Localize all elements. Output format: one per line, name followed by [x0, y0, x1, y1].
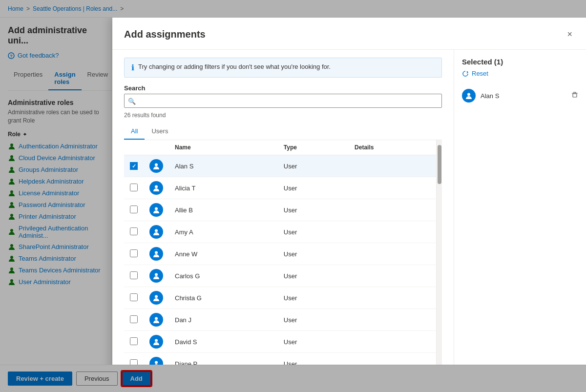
- table-row: Dan J User: [124, 309, 436, 331]
- table-row: Alicia T User: [124, 177, 436, 199]
- row-checkbox-cell[interactable]: [124, 331, 144, 353]
- row-checkbox[interactable]: [130, 271, 138, 279]
- avatar: [149, 247, 163, 261]
- reset-icon: [462, 70, 469, 77]
- row-checkbox[interactable]: [130, 184, 138, 191]
- selected-user-name: Alan S: [481, 92, 566, 100]
- row-checkbox-cell[interactable]: [124, 309, 144, 331]
- info-icon: ℹ: [131, 63, 134, 72]
- table-row: Carlos G User: [124, 265, 436, 287]
- reset-button[interactable]: Reset: [462, 70, 578, 77]
- row-checkbox-checked[interactable]: [130, 162, 138, 170]
- row-avatar-cell: [144, 177, 169, 199]
- row-checkbox[interactable]: [130, 359, 138, 365]
- modal-body: ℹ Try changing or adding filters if you …: [112, 50, 586, 365]
- row-avatar-cell: [144, 353, 169, 365]
- svg-point-15: [155, 186, 158, 188]
- row-type-cell: User: [278, 287, 349, 309]
- row-avatar-cell: [144, 155, 169, 177]
- row-type-cell: User: [278, 155, 349, 177]
- row-checkbox-cell[interactable]: [124, 243, 144, 265]
- results-table: Name Type Details: [124, 140, 436, 365]
- row-avatar-cell: [144, 287, 169, 309]
- row-name-cell: Anne W: [169, 243, 278, 265]
- row-avatar-cell: [144, 309, 169, 331]
- vertical-scrollbar[interactable]: [436, 140, 442, 365]
- modal-close-button[interactable]: ×: [565, 27, 574, 41]
- row-checkbox-cell[interactable]: [124, 221, 144, 243]
- row-checkbox-cell[interactable]: [124, 177, 144, 199]
- row-name-cell: Dan J: [169, 309, 278, 331]
- avatar: [149, 291, 163, 305]
- table-row: Allie B User: [124, 199, 436, 221]
- row-details-cell: [349, 177, 436, 199]
- avatar: [149, 181, 163, 195]
- row-checkbox[interactable]: [130, 337, 138, 345]
- row-details-cell: [349, 155, 436, 177]
- table-row: David S User: [124, 331, 436, 353]
- row-name-cell: Allie B: [169, 199, 278, 221]
- row-checkbox-cell[interactable]: [124, 155, 144, 177]
- avatar: [149, 335, 163, 349]
- selected-user-row: Alan S: [462, 85, 578, 106]
- row-type-cell: User: [278, 199, 349, 221]
- avatar: [149, 203, 163, 217]
- svg-point-14: [155, 164, 158, 166]
- row-type-cell: User: [278, 353, 349, 365]
- row-name-cell: Carlos G: [169, 265, 278, 287]
- row-details-cell: [349, 199, 436, 221]
- row-checkbox[interactable]: [130, 249, 138, 257]
- modal-title: Add assignments: [124, 29, 206, 40]
- table-row: Amy A User: [124, 221, 436, 243]
- svg-point-18: [155, 251, 158, 254]
- row-checkbox[interactable]: [130, 206, 138, 213]
- search-icon: 🔍: [128, 97, 136, 104]
- delete-selected-user-button[interactable]: [571, 91, 578, 100]
- col-header-details: Details: [349, 140, 436, 155]
- search-input-wrap: 🔍: [124, 94, 442, 108]
- row-details-cell: [349, 265, 436, 287]
- search-input[interactable]: [124, 94, 442, 108]
- row-checkbox-cell[interactable]: [124, 265, 144, 287]
- svg-point-21: [155, 317, 158, 320]
- row-name-cell: Amy A: [169, 221, 278, 243]
- info-message: Try changing or adding filters if you do…: [138, 63, 331, 70]
- table-row: Christa G User: [124, 287, 436, 309]
- selected-user-avatar: [462, 89, 476, 103]
- avatar: [149, 225, 163, 239]
- search-label: Search: [124, 84, 442, 92]
- row-type-cell: User: [278, 265, 349, 287]
- table-row: Anne W User: [124, 243, 436, 265]
- scrollbar-thumb[interactable]: [438, 145, 441, 184]
- row-checkbox[interactable]: [130, 293, 138, 301]
- row-details-cell: [349, 331, 436, 353]
- row-name-cell: Christa G: [169, 287, 278, 309]
- trash-icon: [571, 91, 578, 98]
- row-avatar-cell: [144, 221, 169, 243]
- row-checkbox[interactable]: [130, 227, 138, 235]
- svg-point-22: [155, 339, 158, 342]
- row-avatar-cell: [144, 243, 169, 265]
- svg-point-23: [155, 361, 158, 364]
- avatar: [149, 269, 163, 283]
- row-checkbox-cell[interactable]: [124, 199, 144, 221]
- col-header-type: Type: [278, 140, 349, 155]
- selected-panel: Selected (1) Reset Alan S: [454, 50, 586, 365]
- row-checkbox-cell[interactable]: [124, 353, 144, 365]
- filter-tab-users[interactable]: Users: [145, 124, 175, 140]
- row-avatar-cell: [144, 199, 169, 221]
- search-panel: ℹ Try changing or adding filters if you …: [112, 50, 454, 365]
- row-checkbox[interactable]: [130, 315, 138, 323]
- row-details-cell: [349, 243, 436, 265]
- row-type-cell: User: [278, 309, 349, 331]
- row-checkbox-cell[interactable]: [124, 287, 144, 309]
- filter-tab-all[interactable]: All: [124, 124, 145, 140]
- svg-point-19: [155, 273, 158, 276]
- row-name-cell: Alicia T: [169, 177, 278, 199]
- avatar: [149, 313, 163, 327]
- svg-point-16: [155, 207, 158, 210]
- row-type-cell: User: [278, 243, 349, 265]
- add-assignments-modal: Add assignments × ℹ Try changing or addi…: [112, 18, 586, 365]
- row-type-cell: User: [278, 331, 349, 353]
- avatar: [149, 357, 163, 365]
